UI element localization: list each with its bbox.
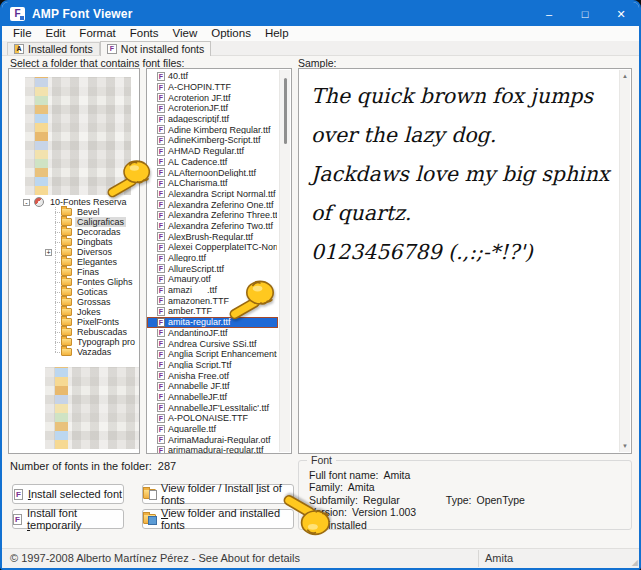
- font-file-item[interactable]: Aquarelle.ttf: [147, 424, 278, 435]
- tree-folder[interactable]: Jokes: [9, 307, 139, 317]
- font-file-icon: [157, 136, 165, 145]
- view-folder-installed-fonts-button[interactable]: View folder and installed fonts: [142, 509, 294, 529]
- tab-installed-fonts[interactable]: A Installed fonts: [7, 42, 100, 55]
- font-file-item[interactable]: A-POLONAISE.TTF: [147, 413, 278, 424]
- view-folder-install-list-button[interactable]: View folder / Install list of fonts: [142, 484, 294, 504]
- font-file-icon: [157, 403, 165, 412]
- font-file-item[interactable]: AcroterionJF.ttf: [147, 103, 278, 114]
- font-file-item[interactable]: ALCharisma.ttf: [147, 178, 278, 189]
- tree-folder[interactable]: Decoradas: [9, 227, 139, 237]
- tab-not-installed-fonts[interactable]: F Not installed fonts: [100, 41, 211, 56]
- expand-icon[interactable]: [45, 249, 52, 256]
- folder-icon: [61, 238, 72, 246]
- font-file-item[interactable]: Alexandra Zeferino Three.ttf: [147, 210, 278, 221]
- scroll-up-icon[interactable]: ▲: [620, 72, 630, 80]
- app-icon[interactable]: F: [10, 7, 25, 21]
- menu-item[interactable]: Fonts: [123, 26, 166, 41]
- menu-item[interactable]: View: [166, 26, 205, 41]
- font-file-item[interactable]: Annabelle JF.ttf: [147, 381, 278, 392]
- font-file-item[interactable]: A-CHOPIN.TTF: [147, 82, 278, 93]
- tree-folder[interactable]: Typograph pro: [9, 337, 139, 347]
- tree-folder[interactable]: Fontes Gliphs: [9, 277, 139, 287]
- menu-item[interactable]: File: [6, 26, 39, 41]
- resize-grip[interactable]: ◢: [632, 559, 638, 567]
- close-button[interactable]: ✕: [603, 2, 639, 26]
- tree-folder[interactable]: Elegantes: [9, 257, 139, 267]
- font-file-item[interactable]: Alexandra Zeferino One.ttf: [147, 199, 278, 210]
- font-file-item[interactable]: AnnabelleJF'LessItalic'.ttf: [147, 402, 278, 413]
- font-file-icon: [157, 435, 165, 444]
- font-file-item[interactable]: ArimaMadurai-Regular.otf: [147, 434, 278, 445]
- sample-scrollbar[interactable]: ▲ ▼: [619, 70, 630, 452]
- list-scrollbar[interactable]: [279, 70, 290, 452]
- tree-folder[interactable]: Rebuscadas: [9, 327, 139, 337]
- folder-icon: [61, 248, 72, 256]
- font-file-item[interactable]: Andrea Cursive SSi.ttf: [147, 338, 278, 349]
- tree-folder[interactable]: Diversos: [9, 247, 139, 257]
- font-file-item[interactable]: AHMAD Regular.ttf: [147, 146, 278, 157]
- menu-item[interactable]: Options: [204, 26, 258, 41]
- font-file-item[interactable]: Anglia Script.Ttf: [147, 360, 278, 371]
- font-file-name: Anglia Script Enhancements.ttf: [168, 349, 278, 359]
- font-file-icon: [157, 414, 165, 423]
- font-file-name: AndantinoJF.ttf: [168, 328, 228, 338]
- font-file-list-panel: 40.ttf A-CHOPIN.TTF Acroterion JF.ttf Ac…: [146, 68, 292, 454]
- font-file-icon: F: [107, 44, 117, 54]
- font-file-item[interactable]: AdineKimberg-Script.ttf: [147, 135, 278, 146]
- scrollbar-thumb[interactable]: [284, 78, 287, 144]
- menu-item[interactable]: Edit: [39, 26, 73, 41]
- font-file-icon: [157, 264, 165, 273]
- tree-folder[interactable]: Bevel: [9, 207, 139, 217]
- folder-label: Fontes Gliphs: [75, 277, 135, 287]
- menu-item[interactable]: Format: [72, 26, 122, 41]
- font-file-item[interactable]: Alexei CopperplateITC-Normal.ttf: [147, 242, 278, 253]
- font-file-item[interactable]: AndantinoJF.ttf: [147, 328, 278, 339]
- tree-folder[interactable]: Goticas: [9, 287, 139, 297]
- font-file-item[interactable]: arimamadurai-regular.ttf: [147, 445, 278, 454]
- font-file-item[interactable]: AnnabelleJF.ttf: [147, 392, 278, 403]
- tab-label: Not installed fonts: [121, 43, 204, 55]
- font-file-item[interactable]: Adine Kimberg Regular.ttf: [147, 124, 278, 135]
- folder-label: Grossas: [75, 297, 113, 307]
- font-file-item[interactable]: Anglia Script Enhancements.ttf: [147, 349, 278, 360]
- minimize-button[interactable]: –: [531, 2, 567, 26]
- font-file-item[interactable]: Alexandra Zeferino Two.ttf: [147, 221, 278, 232]
- folder-label: Elegantes: [75, 257, 119, 267]
- font-file-name: AlexBrush-Regular.ttf: [168, 232, 253, 242]
- tree-folder[interactable]: Grossas: [9, 297, 139, 307]
- font-file-item[interactable]: AL Cadence.ttf: [147, 157, 278, 168]
- font-file-icon: [157, 200, 165, 209]
- font-group-label: Font: [307, 454, 336, 466]
- collapse-icon[interactable]: -: [23, 199, 30, 206]
- font-file-item[interactable]: Alexandra Script Normal.ttf: [147, 189, 278, 200]
- font-file-name: Adine Kimberg Regular.ttf: [168, 125, 271, 135]
- font-file-item[interactable]: Anisha Free.otf: [147, 370, 278, 381]
- sample-line: 0123456789 (.,:;-*!?'): [311, 233, 611, 272]
- status-font-name: Amita: [485, 552, 513, 564]
- install-font-temporarily-button[interactable]: Install font temporarily: [12, 509, 124, 529]
- menu-item[interactable]: Help: [258, 26, 296, 41]
- maximize-button[interactable]: □: [567, 2, 603, 26]
- font-file-icon: [157, 425, 165, 434]
- tree-folder[interactable]: Vazadas: [9, 347, 139, 357]
- font-file-item[interactable]: AlexBrush-Regular.ttf: [147, 231, 278, 242]
- font-file-item[interactable]: Allegro.ttf: [147, 253, 278, 264]
- font-file-item[interactable]: adagescriptjf.ttf: [147, 114, 278, 125]
- font-file-item[interactable]: 40.ttf: [147, 71, 278, 82]
- font-file-name: Alexandra Script Normal.ttf: [168, 189, 276, 199]
- version-row: Version:Version 1.003: [309, 506, 621, 518]
- install-selected-font-button[interactable]: Install selected font: [12, 484, 124, 504]
- tree-folder[interactable]: Dingbats: [9, 237, 139, 247]
- tree-folder[interactable]: Caligraficas: [9, 217, 139, 227]
- tree-folder[interactable]: Finas: [9, 267, 139, 277]
- font-file-name: Alexei CopperplateITC-Normal.ttf: [168, 242, 278, 252]
- folder-label: Goticas: [75, 287, 110, 297]
- scroll-down-icon[interactable]: ▼: [620, 442, 630, 450]
- font-file-icon: [157, 168, 165, 177]
- font-file-item[interactable]: Acroterion JF.ttf: [147, 92, 278, 103]
- font-file-item[interactable]: ALAfternoonDelight.ttf: [147, 167, 278, 178]
- redacted-folders-bottom: [45, 367, 140, 449]
- redacted-icon-strip: [55, 367, 68, 449]
- family-row: Family:Amita: [309, 481, 621, 493]
- tree-folder[interactable]: PixelFonts: [9, 317, 139, 327]
